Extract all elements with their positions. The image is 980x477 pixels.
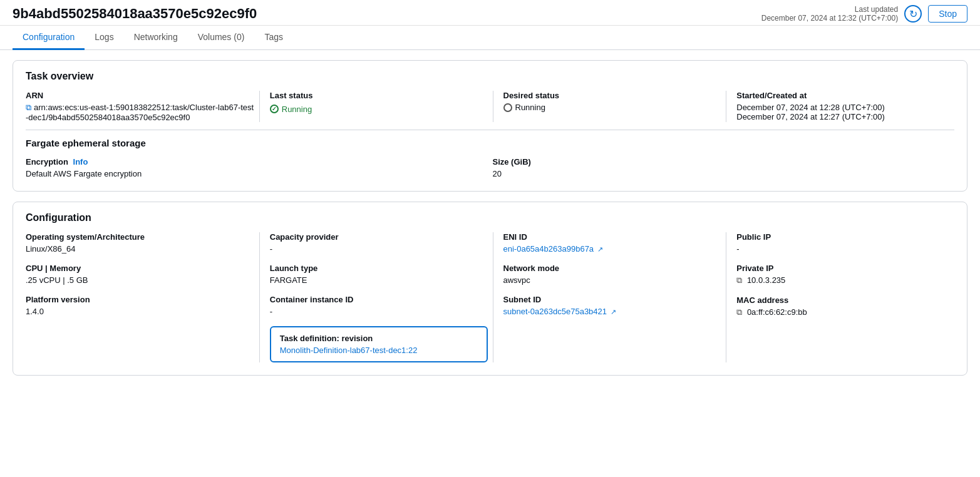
- subnet-id-field: Subnet ID subnet-0a263dc5e75a3b421 ↗: [503, 295, 721, 316]
- private-ip-value: ⧉ 10.0.3.235: [736, 275, 954, 285]
- page-title: 9b4abd5502584018aa3570e5c92ec9f0: [13, 6, 257, 22]
- eni-id-label: ENI ID: [503, 232, 721, 242]
- config-col-1: Operating system/Architecture Linux/X86_…: [26, 232, 254, 362]
- config-col-3: ENI ID eni-0a65a4b263a99b67a ↗ Network m…: [493, 232, 721, 362]
- tab-logs[interactable]: Logs: [85, 26, 123, 50]
- page-header: 9b4abd5502584018aa3570e5c92ec9f0 Last up…: [0, 0, 980, 26]
- private-ip-label: Private IP: [736, 264, 954, 273]
- encryption-value: Default AWS Fargate encryption: [26, 169, 488, 178]
- tabs-bar: Configuration Logs Networking Volumes (0…: [0, 26, 980, 50]
- eni-external-link-icon[interactable]: ↗: [597, 245, 603, 253]
- public-ip-field: Public IP -: [736, 232, 954, 254]
- subnet-external-link-icon[interactable]: ↗: [611, 308, 616, 315]
- header-right: Last updated December 07, 2024 at 12:32 …: [761, 5, 967, 23]
- refresh-button[interactable]: ↻: [904, 5, 922, 23]
- launch-type-field: Launch type FARGATE: [270, 264, 488, 285]
- last-status-field: Last status Running: [259, 91, 488, 122]
- tab-configuration[interactable]: Configuration: [13, 26, 85, 50]
- network-mode-field: Network mode awsvpc: [503, 264, 721, 285]
- last-status-label: Last status: [270, 91, 488, 100]
- platform-value: 1.4.0: [26, 307, 254, 316]
- task-def-value[interactable]: Monolith-Definition-lab67-test-dec1:22: [280, 346, 478, 355]
- container-instance-label: Container instance ID: [270, 295, 488, 304]
- encryption-field: Encryption Info Default AWS Fargate encr…: [26, 157, 488, 178]
- subnet-id-value: subnet-0a263dc5e75a3b421 ↗: [503, 307, 721, 316]
- tab-networking[interactable]: Networking: [124, 26, 188, 50]
- mac-address-field: MAC address ⧉ 0a:ff:c6:62:c9:bb: [736, 295, 954, 317]
- private-ip-copy-icon[interactable]: ⧉: [736, 275, 742, 285]
- config-col-2: Capacity provider - Launch type FARGATE …: [259, 232, 488, 362]
- capacity-provider-value: -: [270, 244, 488, 254]
- main-content: Task overview ARN ⧉arn:aws:ecs:us-east-1…: [0, 50, 980, 386]
- public-ip-value: -: [736, 244, 954, 254]
- arn-field: ARN ⧉arn:aws:ecs:us-east-1:590183822512:…: [26, 91, 254, 122]
- size-value: 20: [493, 169, 955, 178]
- capacity-provider-field: Capacity provider -: [270, 232, 488, 254]
- fargate-grid: Encryption Info Default AWS Fargate encr…: [26, 157, 954, 178]
- platform-label: Platform version: [26, 295, 254, 304]
- public-ip-label: Public IP: [736, 232, 954, 242]
- container-instance-field: Container instance ID -: [270, 295, 488, 316]
- mac-address-label: MAC address: [736, 295, 954, 305]
- task-def-field: Task definition: revision Monolith-Defin…: [270, 326, 488, 362]
- encryption-label: Encryption Info: [26, 157, 488, 167]
- private-ip-field: Private IP ⧉ 10.0.3.235: [736, 264, 954, 285]
- eni-id-value: eni-0a65a4b263a99b67a ↗: [503, 244, 721, 254]
- fargate-title: Fargate ephemeral storage: [26, 138, 954, 148]
- os-arch-field: Operating system/Architecture Linux/X86_…: [26, 232, 254, 254]
- os-arch-label: Operating system/Architecture: [26, 232, 254, 242]
- arn-value: ⧉arn:aws:ecs:us-east-1:590183822512:task…: [26, 103, 254, 122]
- desired-circle: [503, 103, 512, 112]
- started-created-label: Started/Created at: [736, 91, 954, 100]
- task-overview-grid: ARN ⧉arn:aws:ecs:us-east-1:590183822512:…: [26, 91, 954, 122]
- desired-status-field: Desired status Running: [493, 91, 721, 122]
- task-overview-card: Task overview ARN ⧉arn:aws:ecs:us-east-1…: [13, 60, 967, 192]
- capacity-provider-label: Capacity provider: [270, 232, 488, 242]
- platform-field: Platform version 1.4.0: [26, 295, 254, 316]
- subnet-id-label: Subnet ID: [503, 295, 721, 304]
- eni-id-field: ENI ID eni-0a65a4b263a99b67a ↗: [503, 232, 721, 254]
- arn-copy-icon[interactable]: ⧉: [26, 103, 31, 113]
- task-overview-title: Task overview: [26, 71, 954, 82]
- running-dot: [270, 105, 279, 113]
- mac-copy-icon[interactable]: ⧉: [736, 307, 742, 317]
- cpu-memory-value: .25 vCPU | .5 GB: [26, 275, 254, 285]
- last-updated: Last updated December 07, 2024 at 12:32 …: [761, 5, 898, 23]
- launch-type-label: Launch type: [270, 264, 488, 273]
- container-instance-value: -: [270, 307, 488, 316]
- started-at-value: December 07, 2024 at 12:28 (UTC+7:00): [736, 103, 954, 112]
- last-status-value: Running: [270, 105, 312, 114]
- launch-type-value: FARGATE: [270, 275, 488, 285]
- encryption-info-link[interactable]: Info: [73, 157, 88, 167]
- mac-address-value: ⧉ 0a:ff:c6:62:c9:bb: [736, 307, 954, 317]
- tab-volumes[interactable]: Volumes (0): [188, 26, 255, 50]
- size-field: Size (GiB) 20: [493, 157, 955, 178]
- desired-status-value: Running: [503, 103, 545, 112]
- cpu-memory-label: CPU | Memory: [26, 264, 254, 273]
- created-at-value: December 07, 2024 at 12:27 (UTC+7:00): [736, 112, 954, 121]
- size-label: Size (GiB): [493, 157, 955, 167]
- config-col-4: Public IP - Private IP ⧉ 10.0.3.235 MAC …: [726, 232, 954, 362]
- configuration-title: Configuration: [26, 212, 954, 223]
- task-def-box: Task definition: revision Monolith-Defin…: [270, 326, 488, 362]
- task-def-label: Task definition: revision: [280, 334, 478, 343]
- stop-button[interactable]: Stop: [928, 5, 967, 23]
- arn-label: ARN: [26, 91, 254, 100]
- os-arch-value: Linux/X86_64: [26, 244, 254, 254]
- desired-status-label: Desired status: [503, 91, 721, 100]
- configuration-card: Configuration Operating system/Architect…: [13, 202, 967, 376]
- configuration-grid: Operating system/Architecture Linux/X86_…: [26, 232, 954, 362]
- cpu-memory-field: CPU | Memory .25 vCPU | .5 GB: [26, 264, 254, 285]
- network-mode-value: awsvpc: [503, 275, 721, 285]
- network-mode-label: Network mode: [503, 264, 721, 273]
- tab-tags[interactable]: Tags: [254, 26, 293, 50]
- started-created-field: Started/Created at December 07, 2024 at …: [726, 91, 954, 122]
- separator: [26, 130, 954, 130]
